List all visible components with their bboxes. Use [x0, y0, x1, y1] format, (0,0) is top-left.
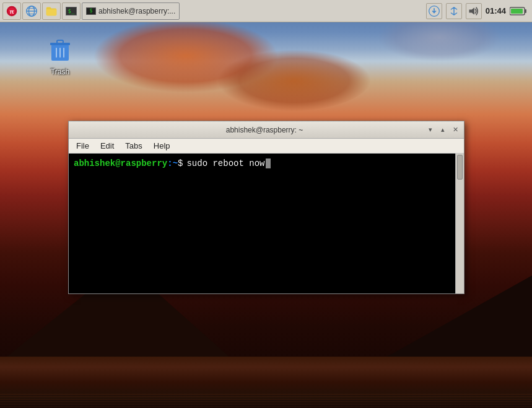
- terminal-window: abhishek@raspberry: ~ ▾ ▴ ✕ File Edit Ta…: [68, 121, 464, 294]
- terminal-prompt-path: :~: [167, 158, 178, 168]
- window-close-button[interactable]: ✕: [450, 125, 460, 135]
- cloud-2: [217, 50, 372, 111]
- network-button[interactable]: [446, 3, 462, 19]
- terminal-command-line: abhishek@raspberry :~ $ sudo reboot now: [74, 158, 450, 168]
- new-terminal-button[interactable]: $_: [62, 2, 81, 20]
- terminal-command-text: sudo reboot now: [186, 158, 264, 168]
- terminal-titlebar: abhishek@raspberry: ~ ▾ ▴ ✕: [69, 121, 464, 139]
- water: [0, 357, 532, 408]
- terminal-content-wrapper: abhishek@raspberry :~ $ sudo reboot now: [69, 154, 464, 293]
- taskbar-clock: 01:44: [486, 6, 506, 15]
- terminal-scrollbar[interactable]: [455, 154, 464, 293]
- terminal-menu-tabs[interactable]: Tabs: [120, 140, 147, 152]
- water-reflection: [0, 394, 532, 408]
- trash-label: Trash: [49, 67, 71, 77]
- desktop: π $_: [0, 0, 532, 408]
- svg-rect-10: [525, 9, 526, 13]
- network-icon: [448, 6, 460, 17]
- trash-icon: [49, 38, 71, 63]
- update-notifier-button[interactable]: [426, 3, 442, 19]
- terminal-menu-edit[interactable]: Edit: [95, 140, 119, 152]
- folder-icon: [45, 4, 58, 18]
- trash-desktop-icon[interactable]: Trash: [38, 37, 82, 77]
- svg-text:π: π: [9, 8, 14, 14]
- window-minimize-button[interactable]: ▾: [425, 125, 435, 135]
- volume-button[interactable]: [466, 3, 482, 19]
- taskbar-terminal-label: abhishek@raspberry:...: [98, 7, 175, 15]
- terminal-menubar: File Edit Tabs Help: [69, 139, 464, 154]
- terminal-menu-file[interactable]: File: [71, 140, 94, 152]
- trash-icon-wrapper: [46, 37, 74, 64]
- volume-icon: [468, 6, 480, 17]
- terminal-window-title: abhishek@raspberry: ~: [103, 126, 425, 134]
- terminal-prompt-user: abhishek@raspberry: [74, 158, 167, 168]
- web-browser-button[interactable]: [22, 2, 41, 20]
- terminal-small-icon: $_: [66, 7, 77, 15]
- globe-icon: [25, 4, 38, 18]
- terminal-cursor: [266, 158, 271, 168]
- svg-rect-14: [57, 40, 63, 43]
- taskbar-terminal-icon: $: [86, 7, 96, 15]
- battery-icon: [510, 6, 527, 16]
- battery-indicator: [510, 6, 527, 16]
- window-controls: ▾ ▴ ✕: [425, 125, 460, 135]
- window-maximize-button[interactable]: ▴: [438, 125, 448, 135]
- scroll-thumb[interactable]: [457, 155, 463, 180]
- terminal-content[interactable]: abhishek@raspberry :~ $ sudo reboot now: [69, 154, 455, 293]
- terminal-prompt-dollar: $: [178, 158, 183, 168]
- raspberry-pi-icon: π: [5, 4, 19, 18]
- download-icon: [428, 5, 440, 17]
- svg-rect-11: [511, 9, 523, 14]
- terminal-menu-help[interactable]: Help: [149, 140, 175, 152]
- taskbar-right: 01:44: [426, 3, 527, 19]
- raspberry-pi-menu-button[interactable]: π: [2, 2, 21, 20]
- taskbar: π $_: [0, 0, 532, 22]
- active-terminal-taskbar[interactable]: $ abhishek@raspberry:...: [82, 2, 180, 20]
- file-manager-button[interactable]: [42, 2, 61, 20]
